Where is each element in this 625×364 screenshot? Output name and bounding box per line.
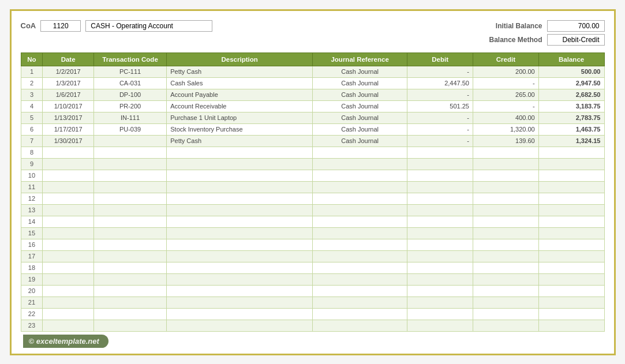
table-cell[interactable]: 1/10/2017 [43,100,93,112]
table-cell[interactable] [538,273,604,285]
table-cell[interactable]: - [407,112,473,123]
table-cell[interactable]: Petty Cash [167,135,313,147]
table-cell[interactable] [407,273,473,285]
table-cell[interactable]: Account Receivable [167,100,313,112]
table-cell[interactable] [407,250,473,262]
table-cell[interactable]: 500.00 [538,66,604,77]
table-cell[interactable]: - [407,123,473,135]
table-cell[interactable] [312,320,407,331]
table-cell[interactable]: 2,783.75 [538,112,604,123]
table-cell[interactable] [538,239,604,250]
table-cell[interactable] [167,308,313,320]
table-cell[interactable] [93,250,166,262]
table-cell[interactable]: 17 [21,250,43,262]
table-cell[interactable]: 9 [21,158,43,170]
table-cell[interactable] [538,320,604,331]
table-cell[interactable]: 18 [21,262,43,273]
table-cell[interactable]: 19 [21,273,43,285]
table-cell[interactable] [312,204,407,216]
table-cell[interactable]: 15 [21,227,43,239]
table-cell[interactable]: Cash Journal [312,135,407,147]
table-cell[interactable]: Cash Journal [312,100,407,112]
table-cell[interactable] [473,262,539,273]
table-cell[interactable] [167,170,313,181]
table-cell[interactable] [93,239,166,250]
coa-description[interactable]: CASH - Operating Account [85,20,212,32]
table-cell[interactable] [43,320,93,331]
table-cell[interactable]: Cash Journal [312,112,407,123]
table-cell[interactable]: 501.25 [407,100,473,112]
table-cell[interactable] [473,285,539,297]
table-cell[interactable]: Cash Sales [167,77,313,89]
table-cell[interactable] [473,239,539,250]
table-cell[interactable] [43,158,93,170]
table-cell[interactable]: - [407,66,473,77]
table-cell[interactable] [167,250,313,262]
table-cell[interactable]: 7 [21,135,43,147]
table-cell[interactable] [407,297,473,308]
table-cell[interactable] [312,158,407,170]
table-cell[interactable] [43,204,93,216]
table-cell[interactable]: Cash Journal [312,66,407,77]
table-cell[interactable] [167,147,313,158]
table-cell[interactable] [473,216,539,227]
table-cell[interactable] [312,193,407,204]
table-cell[interactable]: 6 [21,123,43,135]
table-cell[interactable] [167,285,313,297]
table-cell[interactable] [407,193,473,204]
table-cell[interactable] [93,158,166,170]
table-cell[interactable]: 139.60 [473,135,539,147]
table-cell[interactable] [43,273,93,285]
table-cell[interactable]: 1,463.75 [538,123,604,135]
table-cell[interactable]: 14 [21,216,43,227]
table-cell[interactable] [167,320,313,331]
table-cell[interactable] [538,216,604,227]
table-cell[interactable] [473,181,539,193]
table-cell[interactable] [538,227,604,239]
table-cell[interactable] [538,285,604,297]
table-cell[interactable] [538,181,604,193]
table-cell[interactable] [167,204,313,216]
table-cell[interactable]: Cash Journal [312,89,407,100]
table-cell[interactable] [407,320,473,331]
table-cell[interactable] [93,227,166,239]
table-cell[interactable] [167,273,313,285]
table-cell[interactable] [473,227,539,239]
table-cell[interactable]: 23 [21,320,43,331]
table-cell[interactable] [43,216,93,227]
table-cell[interactable] [43,250,93,262]
table-cell[interactable]: 1/2/2017 [43,66,93,77]
table-cell[interactable]: 12 [21,193,43,204]
table-cell[interactable] [167,158,313,170]
table-cell[interactable]: IN-111 [93,112,166,123]
table-cell[interactable] [538,308,604,320]
table-cell[interactable] [538,250,604,262]
table-cell[interactable] [407,216,473,227]
table-cell[interactable] [43,239,93,250]
table-cell[interactable] [312,273,407,285]
table-cell[interactable]: 1 [21,66,43,77]
table-cell[interactable] [43,193,93,204]
table-cell[interactable] [43,262,93,273]
table-cell[interactable] [43,227,93,239]
table-cell[interactable]: 1/3/2017 [43,77,93,89]
table-cell[interactable] [312,170,407,181]
table-cell[interactable]: 1/17/2017 [43,123,93,135]
table-cell[interactable] [473,308,539,320]
table-cell[interactable]: PC-111 [93,66,166,77]
table-cell[interactable]: - [473,77,539,89]
table-cell[interactable] [538,170,604,181]
table-cell[interactable]: PR-200 [93,100,166,112]
table-cell[interactable]: 3,183.75 [538,100,604,112]
table-cell[interactable] [93,262,166,273]
table-cell[interactable] [167,239,313,250]
table-cell[interactable]: Purchase 1 Unit Laptop [167,112,313,123]
table-cell[interactable] [407,227,473,239]
table-cell[interactable] [93,135,166,147]
table-cell[interactable] [43,297,93,308]
table-cell[interactable] [407,158,473,170]
table-cell[interactable]: CA-031 [93,77,166,89]
table-cell[interactable] [407,262,473,273]
table-cell[interactable] [93,285,166,297]
table-cell[interactable] [473,250,539,262]
